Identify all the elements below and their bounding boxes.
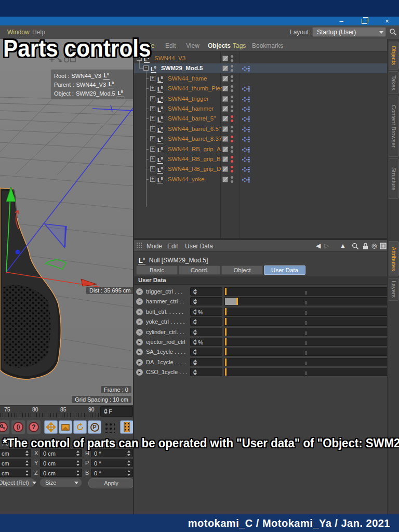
object-tree-row[interactable]: +L0SWN44_barrel_8.375" bbox=[134, 134, 387, 144]
position-field-z[interactable]: cm bbox=[0, 469, 31, 477]
visibility-dot-gray[interactable] bbox=[231, 89, 233, 92]
layer-chip-icon[interactable] bbox=[222, 86, 228, 91]
object-name[interactable]: SWN44_frame bbox=[168, 75, 207, 82]
spinner-icon[interactable] bbox=[193, 360, 197, 365]
layer-chip-icon[interactable] bbox=[222, 156, 228, 162]
side-tab-takes[interactable]: Takes bbox=[389, 71, 399, 94]
visibility-dot-red[interactable] bbox=[231, 156, 233, 158]
apply-button[interactable]: Apply bbox=[88, 478, 134, 488]
object-name[interactable]: SWN44_trigger bbox=[168, 96, 209, 102]
layer-chip-icon[interactable] bbox=[222, 106, 228, 112]
point-level-animation-button[interactable] bbox=[102, 420, 116, 434]
new-panel-icon[interactable] bbox=[380, 243, 387, 249]
parent-object-icon[interactable]: ▲ bbox=[340, 242, 346, 250]
motion-clip-button[interactable] bbox=[120, 420, 134, 434]
visibility-dots[interactable] bbox=[231, 75, 234, 82]
layer-chip-icon[interactable] bbox=[222, 56, 228, 61]
position-field-y[interactable]: cm bbox=[0, 459, 31, 467]
user-data-slider[interactable] bbox=[224, 317, 393, 326]
rotation-field-p[interactable]: 0 ° bbox=[91, 459, 133, 467]
size-field-y[interactable]: 0 cm bbox=[40, 459, 82, 467]
layer-chip-icon[interactable] bbox=[222, 76, 228, 82]
spinner-icon[interactable] bbox=[76, 450, 80, 456]
visibility-dot-red[interactable] bbox=[231, 160, 233, 163]
visibility-dots[interactable] bbox=[231, 115, 234, 122]
user-data-value-field[interactable]: 0 bbox=[190, 358, 222, 366]
object-name[interactable]: SWN44_hammer bbox=[168, 105, 214, 112]
spinner-icon[interactable] bbox=[104, 408, 108, 414]
visibility-dot-gray[interactable] bbox=[231, 59, 233, 62]
visibility-dot-red[interactable] bbox=[231, 119, 233, 122]
spinner-icon[interactable] bbox=[193, 299, 197, 304]
object-name[interactable]: SWN44_V3 bbox=[154, 55, 185, 61]
visibility-dot-gray[interactable] bbox=[231, 130, 233, 132]
expand-icon[interactable]: + bbox=[150, 96, 155, 101]
visibility-dot-gray[interactable] bbox=[231, 85, 233, 88]
object-tree-row[interactable]: +L0SWN44_frame bbox=[134, 74, 387, 84]
expand-icon[interactable]: + bbox=[150, 86, 155, 91]
layer-chip-icon[interactable] bbox=[222, 166, 228, 172]
side-tab-attributes[interactable]: Attributes bbox=[389, 241, 399, 276]
user-data-slider[interactable] bbox=[224, 308, 393, 316]
visibility-dots[interactable] bbox=[231, 85, 234, 92]
layer-chip-icon[interactable] bbox=[222, 116, 228, 122]
visibility-dots[interactable] bbox=[231, 146, 234, 153]
spinner-icon[interactable] bbox=[25, 460, 29, 466]
layer-chip-icon[interactable] bbox=[222, 65, 228, 71]
side-tab-objects[interactable]: Objects bbox=[389, 42, 399, 70]
layout-dropdown[interactable]: Startup (User) bbox=[312, 27, 386, 37]
om-menu-bookmarks[interactable]: Bookmarks bbox=[252, 42, 283, 49]
collapse-icon[interactable]: − bbox=[143, 65, 149, 71]
user-data-slider[interactable] bbox=[224, 287, 393, 296]
visibility-dot-red[interactable] bbox=[231, 136, 233, 138]
spinner-icon[interactable] bbox=[193, 339, 197, 345]
user-data-slider[interactable] bbox=[224, 368, 393, 376]
spinner-icon[interactable] bbox=[193, 319, 197, 325]
spinner-icon[interactable] bbox=[76, 470, 80, 476]
user-data-slider[interactable] bbox=[224, 328, 393, 336]
visibility-dot-gray[interactable] bbox=[231, 180, 233, 183]
expand-icon[interactable]: + bbox=[150, 166, 155, 171]
om-menu-tags[interactable]: Tags bbox=[233, 42, 246, 49]
xpresso-tag-icon[interactable] bbox=[242, 115, 250, 125]
rotation-field-b[interactable]: 0 ° bbox=[91, 469, 133, 477]
object-name[interactable]: SWN44_barrel_6.5" bbox=[168, 126, 221, 132]
menu-user-data[interactable]: User Data bbox=[185, 243, 213, 250]
object-name[interactable]: SWN44_RB_grip_B bbox=[168, 156, 221, 162]
om-menu-edit[interactable]: Edit bbox=[165, 42, 176, 49]
xpresso-tag-icon[interactable] bbox=[242, 176, 250, 185]
side-tab-content-browser[interactable]: Content Browser bbox=[389, 96, 399, 157]
visibility-dots[interactable] bbox=[231, 176, 234, 183]
object-tree-row[interactable]: −L0SWN44_V3 bbox=[134, 54, 387, 63]
visibility-dot-gray[interactable] bbox=[231, 176, 233, 179]
object-tree-row[interactable]: +L0SWN44_thumb_Piece bbox=[134, 84, 387, 94]
visibility-dot-red[interactable] bbox=[231, 140, 233, 142]
panel-grip-icon[interactable] bbox=[136, 242, 142, 249]
visibility-dot-gray[interactable] bbox=[231, 110, 233, 112]
user-data-value-field[interactable]: 0 bbox=[190, 368, 222, 376]
minimize-button[interactable]: – bbox=[334, 17, 349, 25]
record-parameter-button[interactable]: P bbox=[88, 420, 101, 434]
search-icon[interactable] bbox=[352, 243, 359, 250]
visibility-dot-gray[interactable] bbox=[231, 65, 233, 68]
om-menu-view[interactable]: View bbox=[186, 42, 200, 49]
history-forward-icon[interactable]: ▷ bbox=[324, 242, 329, 250]
visibility-dot-gray[interactable] bbox=[231, 79, 233, 82]
record-keyframe-button[interactable] bbox=[0, 420, 9, 434]
expand-icon[interactable]: + bbox=[150, 177, 155, 182]
visibility-dot-red[interactable] bbox=[231, 166, 233, 168]
side-tab-structure[interactable]: Structure bbox=[389, 158, 399, 199]
visibility-dots[interactable] bbox=[231, 55, 234, 62]
object-tree-row[interactable]: +L0SWN44_yoke bbox=[134, 175, 387, 184]
menu-mode[interactable]: Mode bbox=[147, 243, 162, 250]
user-data-value-field[interactable]: 0 bbox=[190, 328, 222, 336]
spinner-icon[interactable] bbox=[193, 369, 197, 375]
object-name[interactable]: SWN44_RB_grip_A bbox=[168, 146, 221, 152]
history-back-icon[interactable]: ◀ bbox=[316, 242, 321, 250]
user-data-value-field[interactable]: 0 bbox=[190, 317, 222, 326]
visibility-dot-gray[interactable] bbox=[231, 105, 233, 108]
layer-chip-icon[interactable] bbox=[222, 96, 228, 102]
restore-button[interactable] bbox=[356, 17, 372, 25]
visibility-dots[interactable] bbox=[231, 136, 234, 142]
keyframe-selection-button[interactable]: ? bbox=[27, 420, 41, 434]
